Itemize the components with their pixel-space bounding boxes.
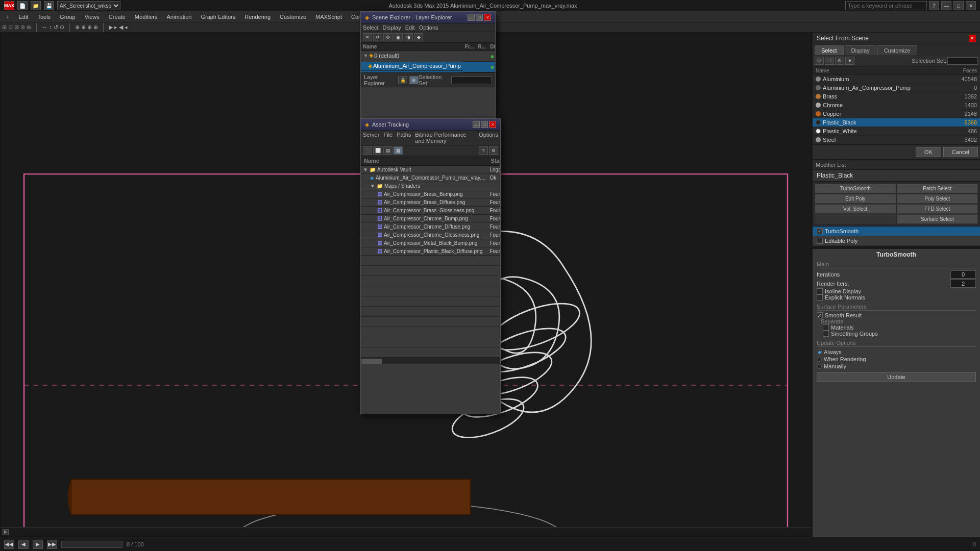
smoothing-groups-checkbox[interactable]: Smoothing Groups [817,331,976,337]
table-row[interactable]: ▼ 📁 Maps / Shaders [361,182,500,190]
se-menu-edit[interactable]: Edit [405,24,415,31]
ok-button[interactable]: OK [916,147,941,157]
se-icon6[interactable]: ◆ [414,33,423,41]
table-row[interactable]: ◈ Aluminium_Air_Compressor_Pump ● ● [361,62,495,72]
menu-animation[interactable]: Animation [162,13,195,21]
timeline-play[interactable]: ▶ [3,529,9,535]
table-row[interactable]: 🖼Air_Compressor_Brass_Diffuse.png Found [361,198,500,207]
at-settings-btn[interactable]: ⚙ [489,146,498,155]
table-row[interactable]: 🖼Air_Compressor_Chrome_Diffuse.png Found [361,223,500,231]
table-row[interactable]: 🖼Air_Compressor_Chrome_Bump.png Found [361,215,500,223]
when-rendering-radio[interactable]: When Rendering [817,356,976,363]
table-row[interactable]: ◈ Aluminium_Air_Compressor_Pump_max_vray… [361,174,500,182]
materials-check[interactable] [823,324,829,331]
sel-all-btn[interactable]: ☑ [815,57,824,65]
at-menu-bitmap[interactable]: Bitmap Performance and Memory [415,132,475,144]
menu-group[interactable]: Group [56,13,80,21]
at-minimize[interactable]: — [473,121,480,128]
footer-step-back[interactable]: ◀ [18,540,29,549]
menu-rendering[interactable]: Rendering [240,13,275,21]
always-radio[interactable]: Always [817,348,976,356]
scene-explorer-minimize[interactable]: — [468,14,475,21]
at-icon4[interactable]: ▦ [394,146,403,155]
table-row[interactable]: 🖼Air_Compressor_Brass_Glossiness.png Fou… [361,207,500,215]
update-button[interactable]: Update [817,372,976,382]
sel-none-btn[interactable]: ☐ [825,57,834,65]
isoline-check-box[interactable] [817,288,823,294]
minimize-btn[interactable]: — [941,1,951,10]
materials-checkbox[interactable]: Materials [817,324,976,331]
at-help-btn[interactable]: ? [479,146,488,155]
at-menu-server[interactable]: Server [363,132,379,144]
keyword-search[interactable] [845,1,927,10]
tab-customize[interactable]: Customize [877,45,917,55]
manually-radio[interactable]: Manually [817,363,976,370]
selection-set-bottom-input[interactable] [451,77,492,84]
cancel-button[interactable]: Cancel [943,147,978,157]
when-rendering-radio-btn[interactable] [817,357,822,362]
manually-radio-btn[interactable] [817,364,822,369]
maximize-btn[interactable]: □ [953,1,964,10]
menu-edit[interactable]: Edit [14,13,32,21]
table-row[interactable]: ▼ 📁 Autodesk Vault Logged [361,166,500,174]
menu-graph-editors[interactable]: Graph Editors [197,13,239,21]
menu-plus[interactable]: + [2,13,13,21]
tab-select[interactable]: Select [815,45,844,55]
always-radio-btn[interactable] [817,349,822,355]
turbosmooth-check[interactable]: ✓ [817,228,823,234]
table-row[interactable]: 🖼Air_Compressor_Brass_Bump.png Found [361,190,500,198]
modifier-item-editable-poly[interactable]: Editable Poly [813,236,980,246]
sel-invert-btn[interactable]: ⊘ [835,57,844,65]
explicit-check-box[interactable] [817,294,823,300]
timeline-bar[interactable]: ▶ [1,527,811,536]
list-item[interactable]: Plastic_Black 9368 [813,118,980,127]
table-row[interactable]: ▼ ◈ 0 (default) ● [361,51,495,62]
at-scrollbar-thumb[interactable] [361,359,382,364]
turbosmooth-btn[interactable]: TurboSmooth [815,184,896,193]
layer-visibility-0[interactable]: ● [490,52,494,60]
list-item[interactable]: Plastic_White 486 [813,127,980,136]
table-row[interactable]: 🖼Air_Compressor_Plastic_Black_Diffuse.pn… [361,247,500,256]
render-iters-input[interactable] [950,280,976,288]
se-menu-select[interactable]: Select [363,24,379,31]
se-delete-btn[interactable]: ✕ [363,33,372,41]
selection-set-input[interactable] [947,57,978,65]
at-menu-file[interactable]: File [383,132,393,144]
at-icon3[interactable]: ▤ [383,146,393,155]
help-icon[interactable]: ? [929,1,939,10]
layer-lock-btn[interactable]: 🔒 [398,76,407,84]
patch-select-btn[interactable]: Patch Select [897,184,978,193]
list-item[interactable]: Aluminium 40548 [813,75,980,84]
list-item[interactable]: Copper 2148 [813,110,980,118]
at-maximize[interactable]: □ [481,121,488,128]
se-menu-options[interactable]: Options [419,24,438,31]
smooth-result-checkbox[interactable]: ✓ Smooth Result [817,312,976,318]
at-icon1[interactable]: ⬛ [363,146,372,155]
vol-select-btn[interactable]: Vol. Select [815,204,896,214]
at-icon2[interactable]: ⬜ [373,146,382,155]
sel-filter-btn[interactable]: ▼ [845,57,854,65]
at-menu-options[interactable]: Options [479,132,498,144]
menu-customize[interactable]: Customize [276,13,310,21]
se-icon4[interactable]: ▣ [394,33,403,41]
list-item[interactable]: Steel 3402 [813,136,980,144]
close-btn[interactable]: ✕ [966,1,976,10]
workspace-dropdown[interactable]: AK_Screenshot_wrksp [57,1,120,10]
menu-maxscript[interactable]: MAXScript [311,13,346,21]
at-close[interactable]: ✕ [489,121,496,128]
table-row[interactable]: 🖼Air_Compressor_Metal_Black_Bump.png Fou… [361,239,500,247]
editable-poly-check[interactable] [817,238,823,244]
smoothing-groups-check[interactable] [823,331,829,337]
list-item[interactable]: Brass 1392 [813,92,980,101]
surface-select-btn[interactable]: Surface Select [897,214,978,224]
iterations-input[interactable] [950,270,976,279]
modifier-item-turbosmooth[interactable]: ✓ TurboSmooth [813,227,980,236]
footer-play[interactable]: ◀◀ [4,540,14,549]
smooth-result-check[interactable]: ✓ [817,312,823,318]
edit-poly-btn[interactable]: Edit Poly [815,194,896,204]
scene-explorer-maximize[interactable]: □ [476,14,483,21]
se-settings-btn[interactable]: ⚙ [383,33,393,41]
menu-create[interactable]: Create [105,13,130,21]
se-icon5[interactable]: ◑ [404,33,413,41]
list-item[interactable]: Chrome 1400 [813,101,980,110]
